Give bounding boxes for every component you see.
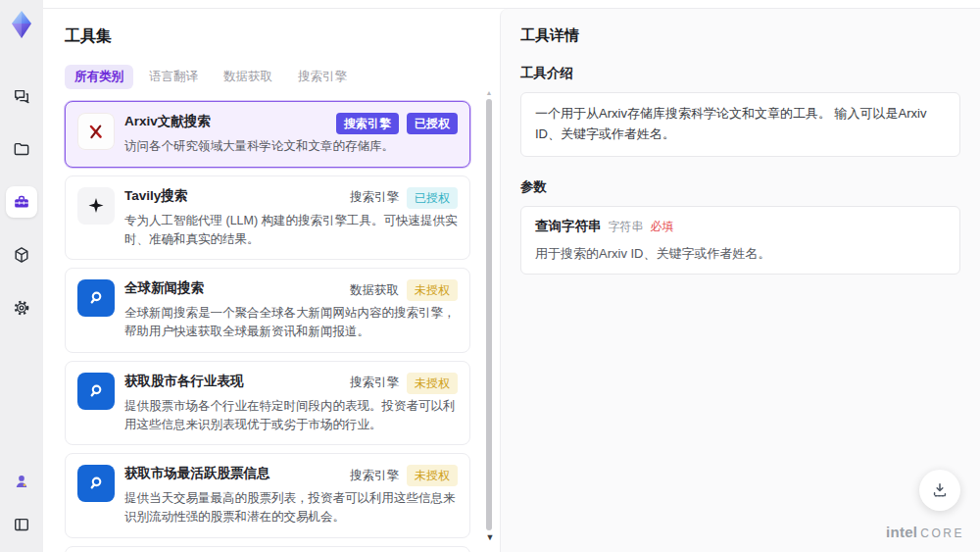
tool-card-regional-news[interactable]: 万维地区新闻查询 搜索引擎 未授权 查询具体行政区划内的新闻，快速了解各地新闻动 (65, 546, 470, 552)
category-label: 搜索引擎 (350, 468, 399, 484)
download-icon (930, 480, 950, 500)
scrollbar-thumb[interactable] (486, 99, 492, 530)
intro-heading: 工具介绍 (520, 65, 960, 82)
tool-card-active-stocks[interactable]: 获取市场最活跃股票信息 搜索引擎 未授权 提供当天交易量最高的股票列表，投资者可… (65, 453, 470, 538)
param-name: 查询字符串 (535, 218, 602, 235)
tool-description: 提供当天交易量最高的股票列表，投资者可以利用这些信息来识别流动性强的股票和潜在的… (124, 489, 458, 527)
tool-name: 获取股市各行业表现 (124, 373, 244, 391)
param-type: 字符串 (609, 219, 644, 235)
sidebar-item-tools[interactable] (6, 186, 37, 218)
chat-icon (12, 86, 31, 106)
tool-description: 访问各个研究领域大量科学论文和文章的存储库。 (124, 137, 458, 156)
package-icon (12, 245, 31, 265)
sidebar-bottom (0, 466, 43, 540)
tavily-star-icon (77, 187, 115, 225)
tool-description: 专为人工智能代理 (LLM) 构建的搜索引擎工具。可快速提供实时、准确和真实的结… (124, 212, 458, 249)
tool-description: 提供股票市场各个行业在特定时间段内的表现。投资者可以利用这些信息来识别表现优于或… (124, 397, 458, 434)
sidebar-item-settings[interactable] (6, 292, 37, 324)
category-tabs: 所有类别 语言翻译 数据获取 搜索引擎 (65, 65, 470, 89)
intel-core-logo: intel core (886, 524, 964, 540)
sidebar-item-panel-toggle[interactable] (6, 509, 37, 540)
download-button[interactable] (919, 470, 960, 511)
auth-status-badge: 未授权 (407, 373, 458, 394)
param-box: 查询字符串 字符串 必填 用于搜索的Arxiv ID、关键字或作者姓名。 (520, 206, 960, 276)
tool-name: 获取市场最活跃股票信息 (124, 465, 270, 483)
folder-icon (12, 139, 31, 159)
app-logo[interactable] (6, 8, 37, 41)
news-search-icon (77, 279, 115, 317)
tool-name: 全球新闻搜索 (124, 279, 204, 298)
category-badge: 搜索引擎 (336, 113, 399, 134)
auth-status-badge: 未授权 (407, 279, 458, 301)
brand-intel-text: intel (886, 524, 917, 540)
scrollbar-up-icon[interactable]: ▲ (485, 89, 493, 96)
params-heading: 参数 (520, 178, 960, 196)
tool-detail-panel: 工具详情 工具介绍 一个用于从Arxiv存储库搜索科学论文和文章的工具。 输入可… (500, 9, 980, 552)
category-label: 数据获取 (350, 282, 399, 299)
content-area: 工具集 所有类别 语言翻译 数据获取 搜索引擎 (43, 8, 980, 552)
tab-data-fetching[interactable]: 数据获取 (214, 65, 282, 89)
panel-toggle-icon (12, 515, 31, 534)
auth-status-badge: 未授权 (407, 465, 458, 486)
auth-status-badge: 已授权 (407, 187, 458, 209)
arxiv-logo-icon (77, 113, 115, 150)
tool-description: 全球新闻搜索是一个聚合全球各大新闻网站内容的搜索引擎，帮助用户快速获取全球最新资… (124, 304, 458, 341)
detail-title: 工具详情 (520, 26, 960, 45)
sidebar-nav (6, 80, 37, 324)
tools-panel: 工具集 所有类别 语言翻译 数据获取 搜索引擎 (43, 9, 500, 552)
category-label: 搜索引擎 (350, 375, 399, 391)
tool-card-global-news[interactable]: 全球新闻搜索 数据获取 未授权 全球新闻搜索是一个聚合全球各大新闻网站内容的搜索… (65, 268, 470, 353)
tool-name: Arxiv文献搜索 (124, 113, 211, 131)
page-title: 工具集 (65, 26, 470, 47)
tool-card-tavily[interactable]: Tavily搜索 搜索引擎 已授权 专为人工智能代理 (LLM) 构建的搜索引擎… (65, 176, 470, 261)
intro-text: 一个用于从Arxiv存储库搜索科学论文和文章的工具。 输入可以是Arxiv ID… (535, 104, 946, 145)
list-scrollbar[interactable]: ▲ ▼ (485, 91, 493, 546)
sidebar-item-chat[interactable] (6, 80, 37, 112)
sidebar-item-packages[interactable] (6, 239, 37, 271)
tool-list: Arxiv文献搜索 搜索引擎 已授权 访问各个研究领域大量科学论文和文章的存储库… (65, 101, 470, 552)
settings-gear-icon (12, 298, 31, 318)
sidebar (0, 0, 43, 552)
app-window: 工具集 所有类别 语言翻译 数据获取 搜索引擎 (0, 0, 980, 552)
brand-core-text: core (920, 527, 964, 540)
stock-search-icon (77, 373, 115, 410)
sidebar-item-files[interactable] (6, 133, 37, 165)
tab-language-translation[interactable]: 语言翻译 (139, 65, 208, 89)
user-icon (12, 472, 31, 491)
auth-status-badge: 已授权 (407, 113, 458, 134)
tool-card-arxiv[interactable]: Arxiv文献搜索 搜索引擎 已授权 访问各个研究领域大量科学论文和文章的存储库… (65, 101, 470, 168)
tab-search-engine[interactable]: 搜索引擎 (288, 65, 357, 89)
param-description: 用于搜索的Arxiv ID、关键字或作者姓名。 (535, 244, 946, 264)
category-label: 搜索引擎 (350, 189, 399, 206)
intro-box: 一个用于从Arxiv存储库搜索科学论文和文章的工具。 输入可以是Arxiv ID… (520, 92, 960, 157)
tool-card-sector-performance[interactable]: 获取股市各行业表现 搜索引擎 未授权 提供股票市场各个行业在特定时间段内的表现。… (65, 361, 470, 446)
sidebar-item-account[interactable] (6, 466, 37, 497)
scrollbar-down-icon[interactable]: ▼ (485, 532, 495, 542)
stock-search-icon (77, 465, 115, 502)
tool-name: Tavily搜索 (124, 187, 187, 206)
toolbox-icon (12, 192, 31, 212)
tab-all-categories[interactable]: 所有类别 (65, 65, 133, 89)
gem-logo-icon (9, 10, 34, 39)
param-required-flag: 必填 (651, 219, 674, 235)
